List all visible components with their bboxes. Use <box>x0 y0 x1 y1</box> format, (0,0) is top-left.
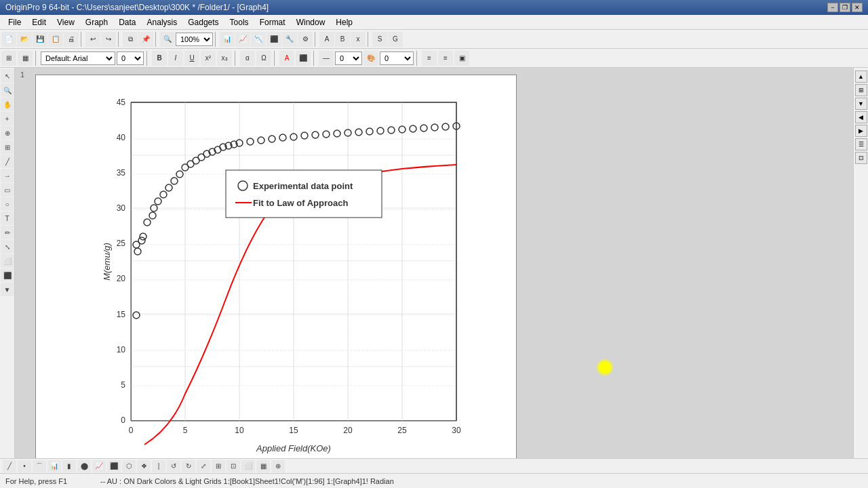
rp-btn-7[interactable]: ⊡ <box>855 152 867 164</box>
subscript-button[interactable]: x₂ <box>217 51 232 66</box>
menu-graph[interactable]: Graph <box>80 15 113 29</box>
bt-btn-7[interactable]: 📈 <box>92 460 106 472</box>
bt-btn-8[interactable]: ⬛ <box>107 460 121 472</box>
line-style-btn[interactable]: — <box>319 51 334 66</box>
bt-btn-11[interactable]: ↺ <box>167 460 180 472</box>
expand-btn[interactable]: ▼ <box>1 283 14 296</box>
toolbar-btn-12[interactable]: B <box>335 32 350 47</box>
minimize-button[interactable]: − <box>827 3 838 12</box>
line-width-select[interactable]: 0 1 2 <box>335 52 362 65</box>
svg-text:10: 10 <box>117 345 126 354</box>
bt-btn-14[interactable]: ⊞ <box>212 460 225 472</box>
bt-btn-13[interactable]: ⤢ <box>197 460 210 472</box>
toolbar-btn-8[interactable]: ⬛ <box>267 32 281 47</box>
bt-btn-12[interactable]: ↻ <box>182 460 195 472</box>
bt-btn-15[interactable]: ⊡ <box>226 460 240 472</box>
menu-analysis[interactable]: Analysis <box>142 15 183 29</box>
rp-btn-4[interactable]: ◀ <box>855 111 867 123</box>
draw-circle-btn[interactable]: ○ <box>1 197 14 211</box>
redo-btn[interactable]: ↪ <box>101 32 116 47</box>
toolbar-btn-5[interactable]: 📊 <box>220 32 235 47</box>
data-reader-btn[interactable]: ⊕ <box>1 126 14 140</box>
zoom-tool[interactable]: 🔍 <box>1 83 14 97</box>
pointer-tool[interactable]: ↖ <box>1 69 14 83</box>
rp-btn-2[interactable]: ⊞ <box>855 84 867 96</box>
toolbar-btn-6[interactable]: 📈 <box>235 32 250 47</box>
object-btn[interactable]: ⬛ <box>1 268 14 282</box>
bgcolor-btn[interactable]: ⬛ <box>296 51 311 66</box>
greek-button[interactable]: α <box>240 51 255 66</box>
menu-data[interactable]: Data <box>113 15 141 29</box>
toolbar-btn-13[interactable]: x <box>351 32 366 47</box>
menu-help[interactable]: Help <box>330 15 358 29</box>
rp-btn-3[interactable]: ▼ <box>855 98 867 110</box>
rp-btn-6[interactable]: ☰ <box>855 138 867 150</box>
toolbar-btn-14[interactable]: S <box>372 32 387 47</box>
font-select[interactable]: Default: Arial Arial Times New Roman <box>41 52 115 65</box>
graph-page[interactable]: 0 5 10 15 20 25 30 0 5 <box>35 75 517 458</box>
bt-btn-6[interactable]: ⬤ <box>77 460 91 472</box>
special-char-btn[interactable]: Ω <box>256 51 271 66</box>
color-btn[interactable]: A <box>279 51 294 66</box>
text-tool-btn[interactable]: T <box>1 211 14 225</box>
font-size-select[interactable]: 0 8 10 12 <box>117 52 144 65</box>
line-color-btn[interactable]: 🎨 <box>363 51 378 66</box>
menu-format[interactable]: Format <box>254 15 291 29</box>
menu-gadgets[interactable]: Gadgets <box>182 15 224 29</box>
draw-rect-btn[interactable]: ▭ <box>1 183 14 197</box>
bt-btn-4[interactable]: 📊 <box>47 460 61 472</box>
toolbar-btn-15[interactable]: G <box>388 32 403 47</box>
rp-btn-5[interactable]: ▶ <box>855 125 867 137</box>
paste-btn[interactable]: 📌 <box>138 32 153 47</box>
draw-arrow-btn[interactable]: → <box>1 169 14 182</box>
menu-tools[interactable]: Tools <box>224 15 254 29</box>
menu-window[interactable]: Window <box>291 15 331 29</box>
bt-btn-1[interactable]: ╱ <box>3 460 16 472</box>
rescale-btn[interactable]: ⤡ <box>1 240 14 253</box>
italic-button[interactable]: I <box>168 51 183 66</box>
zoom-in-btn[interactable]: 🔍 <box>160 32 175 47</box>
toolbar-btn-11[interactable]: A <box>319 32 334 47</box>
toolbar-btn-9[interactable]: 🔧 <box>282 32 297 47</box>
draw-freehand-btn[interactable]: ✏ <box>1 226 14 239</box>
bold-button[interactable]: B <box>152 51 167 66</box>
fmt-btn2[interactable]: ▦ <box>18 51 33 66</box>
align-left-btn[interactable]: ≡ <box>422 51 437 66</box>
screen-reader-btn[interactable]: ⊞ <box>1 140 14 154</box>
save-btn[interactable]: 💾 <box>33 32 47 47</box>
toolbar-btn-7[interactable]: 📉 <box>251 32 266 47</box>
save-copy-btn[interactable]: 📋 <box>48 32 63 47</box>
bt-btn-5[interactable]: ▮ <box>62 460 76 472</box>
rp-btn-1[interactable]: ▲ <box>855 70 867 83</box>
draw-line-btn[interactable]: ╱ <box>1 155 14 168</box>
close-button[interactable]: ✕ <box>852 3 863 12</box>
print-btn[interactable]: 🖨 <box>64 32 79 47</box>
align-center-btn[interactable]: ≡ <box>438 51 453 66</box>
add-layer-btn[interactable]: + <box>1 112 14 125</box>
menu-edit[interactable]: Edit <box>26 15 52 29</box>
undo-btn[interactable]: ↩ <box>85 32 100 47</box>
sep6 <box>368 32 370 47</box>
menu-view[interactable]: View <box>52 15 80 29</box>
zoom-select[interactable]: 100% 75% 150% <box>176 33 213 46</box>
menu-file[interactable]: File <box>3 15 26 29</box>
pan-tool[interactable]: ✋ <box>1 98 14 111</box>
bt-btn-16[interactable]: ⬜ <box>241 460 255 472</box>
bt-btn-18[interactable]: ⊕ <box>271 460 285 472</box>
fill-btn[interactable]: ▣ <box>454 51 469 66</box>
open-btn[interactable]: 📂 <box>17 32 32 47</box>
superscript-button[interactable]: x² <box>201 51 216 66</box>
toolbar-btn-10[interactable]: ⚙ <box>298 32 313 47</box>
bt-btn-10[interactable]: ❖ <box>137 460 151 472</box>
bt-btn-9[interactable]: ⬡ <box>122 460 136 472</box>
fmt-btn1[interactable]: ⊞ <box>1 51 16 66</box>
symbol-size-select[interactable]: 0 <box>380 52 414 65</box>
new-btn[interactable]: 📄 <box>1 32 16 47</box>
copy-btn[interactable]: ⧉ <box>123 32 138 47</box>
restore-button[interactable]: ❐ <box>840 3 850 12</box>
underline-button[interactable]: U <box>184 51 199 66</box>
bt-btn-3[interactable]: ⌒ <box>33 460 46 472</box>
bt-btn-2[interactable]: • <box>18 460 31 472</box>
bt-btn-17[interactable]: ▦ <box>256 460 270 472</box>
layer-btn[interactable]: ⬜ <box>1 254 14 268</box>
